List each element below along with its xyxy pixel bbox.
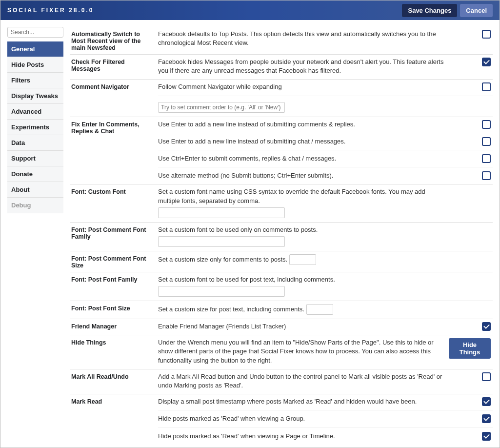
option-desc: Add a Mark All Read button and Undo butt… <box>158 372 449 390</box>
sidebar-item-experiments[interactable]: Experiments <box>7 120 63 135</box>
option-check-filtered: Check For Filtered Messages Facebook hid… <box>70 55 493 80</box>
option-desc: Hide posts marked as 'Read' when viewing… <box>158 414 449 423</box>
save-button[interactable]: Save Changes <box>402 4 457 17</box>
option-label: Mark All Read/Undo <box>70 372 158 394</box>
search-input[interactable] <box>7 27 63 38</box>
checkbox-friend-manager[interactable] <box>482 322 491 331</box>
option-desc: Use Enter to add a new line instead of s… <box>158 137 449 146</box>
post-font-family-input[interactable] <box>158 286 285 297</box>
option-label: Fix Enter In Comments, Replies & Chat <box>70 120 158 184</box>
option-label: Font: Post Font Family <box>70 275 158 301</box>
sidebar-item-display-tweaks[interactable]: Display Tweaks <box>7 88 63 104</box>
option-post-font-size: Font: Post Font Size Set a custom size f… <box>70 301 493 319</box>
option-mark-read: Mark Read Display a small post timestamp… <box>70 394 493 441</box>
option-desc: Enable Friend Manager (Friends List Trac… <box>158 322 449 331</box>
option-desc: Set a custom font name using CSS syntax … <box>158 187 449 218</box>
checkbox-ctrl-enter[interactable] <box>482 154 491 163</box>
option-desc: Set a custom size for post text, includi… <box>158 304 449 315</box>
comment-order-input[interactable] <box>158 102 285 113</box>
sidebar-item-advanced[interactable]: Advanced <box>7 104 63 120</box>
sidebar-item-general[interactable]: General <box>7 41 63 57</box>
checkbox-enter-chat[interactable] <box>482 137 491 146</box>
option-desc: Under the Wrench menu you will find an i… <box>158 338 449 365</box>
option-auto-switch: Automatically Switch to Most Recent view… <box>70 27 493 55</box>
option-label: Mark Read <box>70 397 158 441</box>
sidebar-item-about[interactable]: About <box>7 182 63 198</box>
option-desc: Use Enter to add a new line instead of s… <box>158 120 449 129</box>
option-desc: Follow Comment Navigator while expanding <box>158 82 449 91</box>
checkbox-enter-comments[interactable] <box>482 120 491 129</box>
option-label: Hide Things <box>70 338 158 369</box>
options-window: SOCIAL FIXER 28.0.0 Save Changes Cancel … <box>0 0 500 448</box>
post-comment-size-input[interactable] <box>289 254 316 265</box>
options-content[interactable]: Automatically Switch to Most Recent view… <box>70 27 493 441</box>
option-post-comment-size: Font: Post Comment Font Size Set a custo… <box>70 251 493 272</box>
option-comment-navigator: Comment Navigator Follow Comment Navigat… <box>70 80 493 117</box>
option-desc: Display a small post timestamp where pos… <box>158 397 449 406</box>
checkbox-check-filtered[interactable] <box>482 58 491 66</box>
option-custom-font: Font: Custom Font Set a custom font name… <box>70 184 493 222</box>
option-desc: Set a custom size only for comments to p… <box>158 254 449 265</box>
option-desc: Use alternate method (no Submit buttons;… <box>158 171 449 180</box>
option-label: Comment Navigator <box>70 82 158 116</box>
option-desc <box>158 100 449 113</box>
option-label: Automatically Switch to Most Recent view… <box>70 30 158 54</box>
option-label: Friend Manager <box>70 322 158 335</box>
option-label: Check For Filtered Messages <box>70 58 158 79</box>
checkbox-mark-all[interactable] <box>482 372 491 381</box>
option-desc: Set a custom font to be used for post te… <box>158 275 449 297</box>
option-desc: Set a custom font to be used only on com… <box>158 225 449 247</box>
option-post-font-family: Font: Post Font Family Set a custom font… <box>70 272 493 301</box>
option-desc: Hide posts marked as 'Read' when viewing… <box>158 432 449 441</box>
post-comment-font-input[interactable] <box>158 236 285 247</box>
sidebar-item-debug[interactable]: Debug <box>7 198 63 213</box>
post-font-size-input[interactable] <box>306 304 333 315</box>
checkbox-mark-read-timestamp[interactable] <box>482 397 491 406</box>
option-hide-things: Hide Things Under the Wrench menu you wi… <box>70 335 493 369</box>
body: General Hide Posts Filters Display Tweak… <box>0 20 500 448</box>
sidebar-item-hide-posts[interactable]: Hide Posts <box>7 57 63 73</box>
checkbox-comment-nav[interactable] <box>482 82 491 91</box>
option-label: Font: Post Comment Font Size <box>70 254 158 272</box>
checkbox-auto-switch[interactable] <box>482 30 491 39</box>
option-post-comment-font: Font: Post Comment Font Family Set a cus… <box>70 223 493 251</box>
sidebar-item-support[interactable]: Support <box>7 151 63 166</box>
hide-things-button[interactable]: Hide Things <box>449 338 491 359</box>
option-label: Font: Custom Font <box>70 187 158 222</box>
checkbox-mark-read-page[interactable] <box>482 432 491 441</box>
option-label: Font: Post Comment Font Family <box>70 225 158 251</box>
sidebar-item-data[interactable]: Data <box>7 135 63 151</box>
option-desc: Use Ctrl+Enter to submit comments, repli… <box>158 154 449 163</box>
option-friend-manager: Friend Manager Enable Friend Manager (Fr… <box>70 319 493 335</box>
option-fix-enter: Fix Enter In Comments, Replies & Chat Us… <box>70 117 493 185</box>
option-mark-all: Mark All Read/Undo Add a Mark All Read b… <box>70 369 493 394</box>
custom-font-input[interactable] <box>158 207 285 218</box>
header: SOCIAL FIXER 28.0.0 Save Changes Cancel <box>0 0 500 20</box>
sidebar-item-donate[interactable]: Donate <box>7 166 63 182</box>
sidebar: General Hide Posts Filters Display Tweak… <box>7 27 63 441</box>
checkbox-mark-read-group[interactable] <box>482 414 491 423</box>
option-desc: Facebook hides Messages from people outs… <box>158 58 449 75</box>
cancel-button[interactable]: Cancel <box>460 4 493 17</box>
header-buttons: Save Changes Cancel <box>402 4 493 17</box>
option-label: Font: Post Font Size <box>70 304 158 319</box>
checkbox-alt-method[interactable] <box>482 171 491 180</box>
app-title: SOCIAL FIXER 28.0.0 <box>7 7 94 14</box>
sidebar-item-filters[interactable]: Filters <box>7 73 63 88</box>
option-desc: Facebook defaults to Top Posts. This opt… <box>158 30 449 47</box>
